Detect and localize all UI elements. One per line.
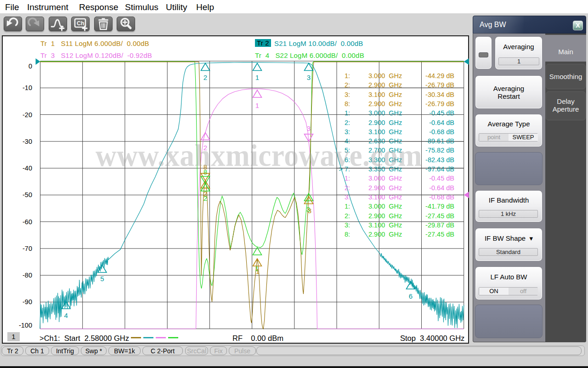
svg-text:3:: 3: bbox=[345, 128, 350, 136]
svg-text:3.000 GHz: 3.000 GHz bbox=[368, 175, 402, 182]
svg-text:-82.43 dB: -82.43 dB bbox=[425, 156, 454, 164]
svg-text:-80: -80 bbox=[23, 272, 32, 279]
svg-text:1:: 1: bbox=[345, 203, 350, 210]
svg-text:3.100 GHz: 3.100 GHz bbox=[368, 91, 402, 98]
svg-text:2: 2 bbox=[204, 194, 207, 202]
svg-text:3.000 GHz: 3.000 GHz bbox=[368, 109, 402, 117]
svg-text:2:: 2: bbox=[345, 119, 350, 126]
svg-text:3:: 3: bbox=[345, 193, 350, 201]
svg-text:1:: 1: bbox=[345, 109, 350, 117]
svg-text:-30: -30 bbox=[23, 138, 32, 145]
svg-text:-27.45 dB: -27.45 dB bbox=[425, 212, 454, 220]
svg-text:-50: -50 bbox=[23, 191, 32, 198]
svg-text:-40: -40 bbox=[23, 164, 32, 172]
svg-text:8:: 8: bbox=[345, 231, 350, 238]
svg-text:-30.34 dB: -30.34 dB bbox=[425, 91, 454, 98]
svg-text:1:: 1: bbox=[345, 72, 350, 79]
svg-text:3: 3 bbox=[307, 74, 311, 81]
svg-text:-0.68 dB: -0.68 dB bbox=[429, 193, 454, 201]
svg-text:3.000 GHz: 3.000 GHz bbox=[368, 203, 402, 210]
svg-text:2.900 GHz: 2.900 GHz bbox=[368, 212, 402, 220]
svg-text:-26.79 dB: -26.79 dB bbox=[425, 100, 454, 108]
svg-text:2.900 GHz: 2.900 GHz bbox=[368, 100, 402, 108]
svg-text:-90: -90 bbox=[23, 298, 32, 306]
svg-text:-0.68 dB: -0.68 dB bbox=[429, 128, 454, 136]
svg-text:3.100 GHz: 3.100 GHz bbox=[368, 221, 402, 229]
svg-text:2.900 GHz: 2.900 GHz bbox=[368, 119, 402, 126]
svg-text:-10: -10 bbox=[23, 84, 32, 91]
svg-text:0: 0 bbox=[28, 62, 32, 70]
svg-text:5: 5 bbox=[100, 275, 104, 283]
svg-text:8:: 8: bbox=[345, 100, 350, 108]
svg-text:-44.29 dB: -44.29 dB bbox=[425, 72, 454, 79]
svg-text:3:: 3: bbox=[345, 91, 350, 98]
svg-text:2:: 2: bbox=[345, 212, 350, 220]
svg-text:3: 3 bbox=[307, 125, 311, 132]
svg-text:-89.61 dB: -89.61 dB bbox=[425, 137, 454, 145]
svg-text:-0.64 dB: -0.64 dB bbox=[429, 119, 454, 126]
svg-text:1: 1 bbox=[256, 267, 260, 275]
svg-text:3.100 GHz: 3.100 GHz bbox=[368, 193, 402, 201]
svg-text:2:: 2: bbox=[345, 184, 350, 192]
svg-text:2.900 GHz: 2.900 GHz bbox=[368, 231, 402, 238]
svg-text:3.100 GHz: 3.100 GHz bbox=[368, 128, 402, 136]
svg-text:-20: -20 bbox=[23, 111, 32, 119]
svg-text:2: 2 bbox=[204, 74, 207, 81]
svg-text:-0.45 dB: -0.45 dB bbox=[429, 175, 454, 182]
svg-text:-41.79 dB: -41.79 dB bbox=[425, 203, 454, 210]
svg-text:-60: -60 bbox=[23, 218, 32, 226]
svg-text:-0.64 dB: -0.64 dB bbox=[429, 184, 454, 192]
svg-text:-100: -100 bbox=[19, 322, 32, 329]
svg-text:-97.64 dB: -97.64 dB bbox=[425, 165, 454, 173]
svg-text:3:: 3: bbox=[345, 221, 350, 229]
svg-text:3.000 GHz: 3.000 GHz bbox=[368, 72, 402, 79]
svg-text:-70: -70 bbox=[23, 245, 32, 252]
svg-text:1: 1 bbox=[255, 102, 259, 109]
svg-text:-29.87 dB: -29.87 dB bbox=[425, 221, 454, 229]
svg-text:6: 6 bbox=[409, 292, 413, 300]
svg-text:3: 3 bbox=[308, 207, 311, 215]
svg-text:-75.82 dB: -75.82 dB bbox=[425, 147, 454, 154]
svg-text:1: 1 bbox=[255, 74, 259, 81]
svg-text:1:: 1: bbox=[345, 175, 350, 182]
svg-text:-27.45 dB: -27.45 dB bbox=[425, 231, 454, 238]
svg-text:-0.45 dB: -0.45 dB bbox=[429, 109, 454, 117]
svg-text:2.900 GHz: 2.900 GHz bbox=[368, 184, 402, 192]
svg-text:4: 4 bbox=[64, 311, 68, 319]
